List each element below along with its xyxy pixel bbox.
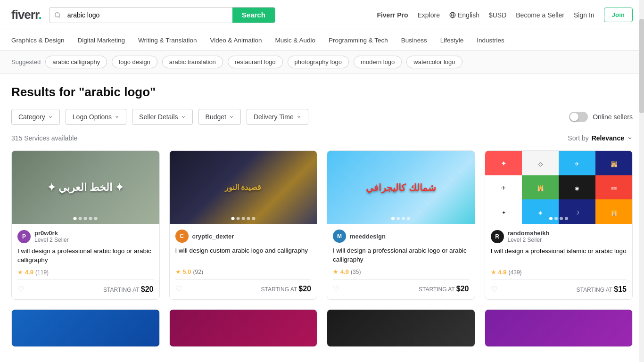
cat-nav-lifestyle[interactable]: Lifestyle	[440, 31, 464, 49]
rating-value-4: 4.9	[498, 269, 507, 276]
gig-card-3[interactable]: ﺷﻤﺎﻟﻚ ﻛﺎﻟﻴﺠﺮﺍﻓﻲ M meeddesign	[327, 150, 475, 300]
globe-icon	[449, 12, 456, 18]
fiverr-pro-link[interactable]: Fiverr Pro	[377, 11, 408, 19]
seller-info-1: P pr0w0rk Level 2 Seller	[17, 230, 154, 243]
favorite-button-1[interactable]: ♡	[17, 285, 24, 294]
language-selector[interactable]: English	[449, 11, 479, 19]
sort-by[interactable]: Sort by Relevance	[568, 134, 633, 142]
logo-options-filter[interactable]: Logo Options	[66, 109, 126, 125]
svg-line-1	[59, 16, 60, 17]
cat-nav-video[interactable]: Video & Animation	[210, 31, 262, 49]
scrollbar-thumb[interactable]	[639, 19, 644, 113]
delivery-time-filter[interactable]: Delivery Time	[247, 109, 308, 125]
budget-filter[interactable]: Budget	[198, 109, 241, 125]
search-button[interactable]: Search	[232, 8, 275, 23]
thumb-cell: ✈	[485, 175, 522, 200]
cat-nav-programming[interactable]: Programming & Tech	[329, 31, 388, 49]
price-label-2: STARTING AT	[261, 286, 299, 293]
favorite-button-2[interactable]: ♡	[175, 284, 182, 293]
sort-value: Relevance	[592, 134, 624, 142]
thumb-text-1: ✦ ﺍﻟﺨﻂ ﺍﻟﻌﺮﺑﻲ ✦	[47, 181, 124, 194]
partial-card-4[interactable]	[485, 309, 633, 347]
cat-nav-business[interactable]: Business	[401, 31, 427, 49]
price-label-3: STARTING AT	[419, 286, 456, 293]
rating-value-3: 4.9	[340, 268, 349, 275]
partial-row	[11, 309, 633, 347]
thumb-cell: 🕌	[595, 199, 632, 224]
price-amount-4: $15	[614, 285, 627, 293]
partial-card-3[interactable]	[327, 309, 475, 347]
svg-text:≡≡: ≡≡	[611, 185, 617, 191]
gig-thumb-1: ✦ ﺍﻟﺨﻂ ﺍﻟﻌﺮﺑﻲ ✦	[12, 151, 159, 224]
favorite-button-3[interactable]: ♡	[333, 284, 339, 293]
dot	[79, 217, 82, 220]
dot	[407, 217, 410, 220]
cat-nav-industries[interactable]: Industries	[477, 31, 504, 49]
sign-in-link[interactable]: Sign In	[574, 11, 594, 19]
search-icon	[50, 8, 66, 23]
chevron-down-icon-2	[115, 115, 119, 119]
seller-username-3[interactable]: meeddesign	[350, 233, 386, 240]
rating-row-3: ★ 4.9 (35)	[333, 268, 469, 275]
seller-username-1[interactable]: pr0w0rk	[34, 230, 69, 237]
online-sellers-toggle: Online sellers	[569, 112, 633, 122]
online-sellers-switch[interactable]	[569, 112, 588, 122]
rating-count-3: (35)	[351, 269, 361, 275]
dot	[74, 217, 77, 220]
join-button[interactable]: Join	[604, 8, 633, 22]
sort-chevron-icon	[627, 135, 633, 141]
category-filter[interactable]: Category	[11, 109, 60, 125]
main-content: Results for "arabic logo" Category Logo …	[0, 74, 644, 358]
currency-selector[interactable]: $USD	[489, 11, 506, 19]
thumb-cell: 🕌	[522, 175, 559, 200]
price-row-4: ♡ STARTING AT $15	[491, 280, 627, 294]
gig-card-1[interactable]: ✦ ﺍﻟﺨﻂ ﺍﻟﻌﺮﺑﻲ ✦ P pr0w0rk	[11, 150, 160, 300]
thumb-text-2: ﻗﺼﻴﺪﺓ ﺍﻟﻨﻮﺭ	[225, 183, 261, 192]
gig-card-2[interactable]: ﻗﺼﻴﺪﺓ ﺍﻟﻨﻮﺭ C cryptic_dexter	[169, 150, 318, 300]
results-title: Results for "arabic logo"	[11, 85, 633, 99]
seller-details-filter[interactable]: Seller Details	[132, 109, 192, 125]
seller-username-4[interactable]: randomsheikh	[508, 230, 550, 237]
cat-nav-graphics[interactable]: Graphics & Design	[11, 31, 65, 49]
dot	[391, 217, 395, 220]
svg-point-0	[55, 12, 59, 16]
price-row-2: ♡ STARTING AT $20	[175, 279, 312, 293]
favorite-button-4[interactable]: ♡	[491, 285, 497, 294]
tag-watercolor-logo[interactable]: watercolor logo	[406, 56, 462, 68]
chevron-down-icon-3	[181, 115, 186, 119]
star-icon-3: ★	[333, 268, 339, 275]
rating-value-2: 5.0	[183, 268, 191, 275]
partial-card-1[interactable]	[11, 309, 160, 347]
svg-text:◉: ◉	[575, 185, 579, 191]
thumb-grid-4: ✦ ◇ ✈ 🕌 ✈ 🕌 ◉ ≡≡ ✦ ◈ ☽ 🕌	[485, 151, 633, 224]
results-bar: 315 Services available Sort by Relevance	[11, 134, 633, 142]
gig-card-4[interactable]: ✦ ◇ ✈ 🕌 ✈ 🕌 ◉ ≡≡ ✦ ◈ ☽ 🕌	[485, 150, 633, 300]
price-amount-1: $20	[141, 285, 154, 293]
thumb-cell: ◉	[559, 175, 595, 200]
dot	[396, 217, 400, 220]
gig-title-1: I will design a professional arabic logo…	[17, 247, 154, 265]
tag-arabic-calligraphy[interactable]: arabic calligraphy	[45, 56, 107, 68]
svg-text:✈: ✈	[501, 185, 506, 191]
cat-nav-digital[interactable]: Digital Marketing	[78, 31, 125, 49]
thumb-cell: ✦	[485, 199, 522, 224]
thumb-cell: ◈	[522, 199, 559, 224]
rating-count-4: (439)	[509, 269, 522, 276]
tag-photography-logo[interactable]: photography logo	[288, 56, 349, 68]
seller-username-2[interactable]: cryptic_dexter	[192, 233, 234, 240]
chevron-down-icon	[48, 115, 53, 119]
tag-modern-logo[interactable]: modern logo	[354, 56, 402, 68]
avatar-1: P	[17, 230, 31, 243]
explore-link[interactable]: Explore	[418, 11, 440, 19]
scrollbar[interactable]	[639, 0, 644, 358]
search-input[interactable]	[66, 8, 232, 23]
partial-card-2[interactable]	[169, 309, 318, 347]
tag-logo-design[interactable]: logo design	[112, 56, 157, 68]
cat-nav-writing[interactable]: Writing & Translation	[138, 31, 197, 49]
logo[interactable]: fiverr.	[11, 8, 41, 22]
become-seller-link[interactable]: Become a Seller	[516, 11, 564, 19]
online-sellers-label: Online sellers	[593, 113, 633, 121]
tag-arabic-translation[interactable]: arabic translation	[162, 56, 223, 68]
cat-nav-music[interactable]: Music & Audio	[275, 31, 316, 49]
tag-restaurant-logo[interactable]: restaurant logo	[228, 56, 283, 68]
